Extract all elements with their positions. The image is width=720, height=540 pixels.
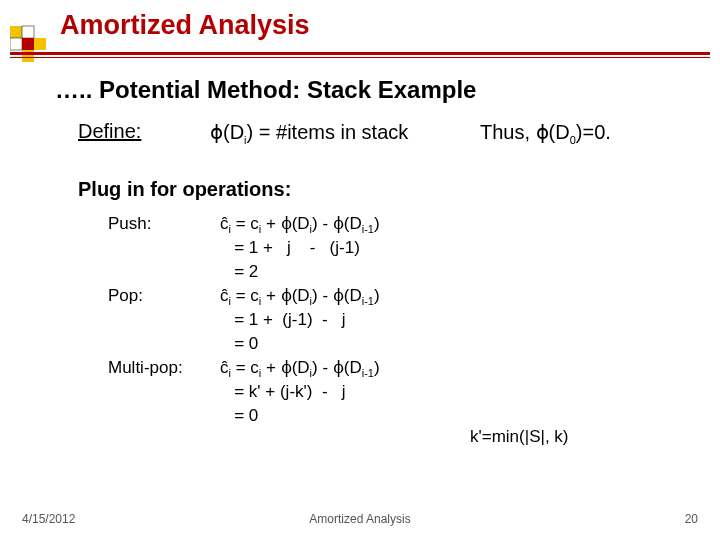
title-rule — [10, 52, 710, 55]
footer-title: Amortized Analysis — [0, 512, 720, 526]
svg-rect-2 — [10, 38, 22, 50]
slide-subtitle: ….. Potential Method: Stack Example — [55, 76, 476, 104]
push-line-3: = 2 — [108, 260, 380, 284]
k-prime-note: k'=min(|S|, k) — [470, 427, 569, 447]
push-line-2: = 1 + j - (j-1) — [108, 236, 380, 260]
multipop-line-3: = 0 — [108, 404, 380, 428]
svg-rect-4 — [34, 38, 46, 50]
pop-line-3: = 0 — [108, 332, 380, 356]
title-rule-thin — [10, 57, 710, 58]
multipop-line-1: Multi-pop:ĉi = ci + ϕ(Di) - ϕ(Di-1) — [108, 356, 380, 380]
push-line-1: Push:ĉi = ci + ϕ(Di) - ϕ(Di-1) — [108, 212, 380, 236]
header-title: Amortized Analysis — [60, 10, 310, 41]
logo-icon — [10, 20, 52, 62]
svg-rect-1 — [22, 26, 34, 38]
slide: Amortized Analysis ….. Potential Method:… — [0, 0, 720, 540]
pop-line-1: Pop:ĉi = ci + ϕ(Di) - ϕ(Di-1) — [108, 284, 380, 308]
svg-rect-3 — [22, 38, 34, 50]
define-thus: Thus, ϕ(D0)=0. — [480, 120, 611, 144]
multipop-line-2: = k' + (j-k') - j — [108, 380, 380, 404]
svg-rect-0 — [10, 26, 22, 38]
define-label: Define: — [78, 120, 141, 143]
pop-line-2: = 1 + (j-1) - j — [108, 308, 380, 332]
define-equation: ϕ(Di) = #items in stack — [210, 120, 408, 144]
operations-block: Push:ĉi = ci + ϕ(Di) - ϕ(Di-1) = 1 + j -… — [108, 212, 380, 428]
plug-in-heading: Plug in for operations: — [78, 178, 291, 201]
footer-page-number: 20 — [685, 512, 698, 526]
